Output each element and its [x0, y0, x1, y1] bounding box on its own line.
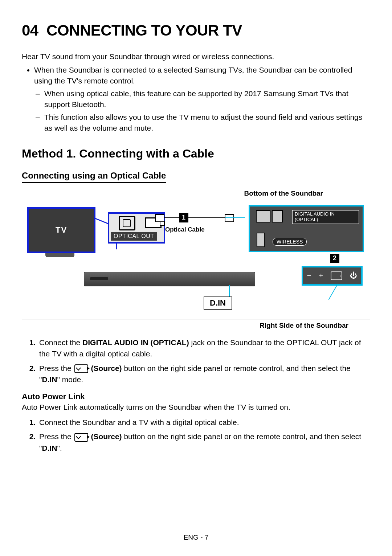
cable-line-icon	[164, 217, 225, 218]
sub-heading: Connecting using an Optical Cable	[22, 171, 166, 183]
tv-label: TV	[56, 225, 67, 235]
intro-text: Hear TV sound from your Soundbar through…	[22, 52, 370, 61]
bullet-text: When the Soundbar is connected to a sele…	[34, 66, 352, 85]
source-icon	[331, 271, 342, 280]
tv-stand-icon	[45, 253, 74, 257]
soundbar-bottom-panel: DIGITAL AUDIO IN (OPTICAL) WIRELESS	[249, 205, 364, 252]
step-bold: (Source)	[91, 364, 122, 372]
wireless-label: WIRELESS	[273, 238, 307, 246]
dash-list: When using optical cable, this feature c…	[34, 88, 370, 134]
bullet-list: When the Soundbar is connected to a sele…	[22, 65, 370, 134]
auto-power-link-intro: Auto Power Link automatically turns on t…	[22, 403, 370, 412]
connection-diagram: TV OPTICAL OUT 1 Optical Cable DIGITAL A…	[22, 199, 370, 319]
step-bold: DIGITAL AUDIO IN (OPTICAL)	[82, 338, 189, 347]
optical-out-label: OPTICAL OUT	[111, 232, 157, 241]
steps-list: Connect the DIGITAL AUDIO IN (OPTICAL) j…	[22, 337, 370, 385]
caption-bottom: Right Side of the Soundbar	[22, 322, 370, 330]
plus-icon: +	[319, 271, 323, 280]
din-label: D.IN	[204, 297, 232, 310]
diagram-wrapper: Bottom of the Soundbar TV OPTICAL OUT 1 …	[22, 189, 370, 330]
auto-power-link-heading: Auto Power Link	[22, 392, 370, 401]
optical-port-icon	[119, 216, 135, 230]
page-footer: ENG - 7	[0, 533, 392, 541]
port-icon	[256, 210, 270, 222]
source-icon	[74, 433, 88, 442]
cable-label: Optical Cable	[165, 226, 205, 233]
apl-steps-list: Connect the Soundbar and a TV with a dig…	[22, 417, 370, 454]
caption-top: Bottom of the Soundbar	[22, 189, 370, 197]
minus-icon: −	[307, 271, 311, 280]
step-text: ".	[57, 444, 62, 452]
step-text: Press the	[39, 432, 74, 441]
power-icon	[350, 271, 357, 280]
callout-line	[229, 285, 230, 297]
callout-line	[328, 283, 338, 299]
dash-item: This function also allows you to use the…	[44, 112, 370, 134]
step-item: Press the (Source) button on the right s…	[38, 363, 370, 385]
source-icon	[74, 364, 88, 373]
tv-icon: TV	[27, 207, 95, 253]
step-bold: D.IN	[42, 375, 57, 384]
callout-line	[225, 217, 245, 218]
dash-item: When using optical cable, this feature c…	[44, 88, 370, 110]
step-item: Connect the Soundbar and a TV with a dig…	[38, 417, 370, 428]
port-icon	[257, 233, 265, 247]
step-item: Press the (Source) button on the right s…	[38, 431, 370, 454]
step-item: Connect the DIGITAL AUDIO IN (OPTICAL) j…	[38, 337, 370, 360]
step-text: " mode.	[57, 375, 83, 384]
callout-1-badge: 1	[179, 213, 188, 222]
step-text: Connect the	[39, 338, 82, 347]
soundbar-side-controls: − +	[302, 266, 363, 286]
step-text: Press the	[39, 364, 74, 372]
digital-audio-in-label: DIGITAL AUDIO IN (OPTICAL)	[292, 210, 359, 224]
method-heading: Method 1. Connecting with a Cable	[22, 147, 370, 160]
port-icon	[272, 210, 283, 222]
page-title: 04 CONNECTING TO YOUR TV	[22, 22, 370, 39]
title-text: CONNECTING TO YOUR TV	[46, 22, 242, 39]
bullet-item: When the Soundbar is connected to a sele…	[34, 65, 370, 134]
callout-2-badge: 2	[330, 254, 339, 263]
step-bold: (Source)	[91, 432, 122, 441]
section-number: 04	[22, 22, 38, 39]
soundbar-icon	[84, 272, 255, 286]
step-bold: D.IN	[42, 444, 57, 452]
